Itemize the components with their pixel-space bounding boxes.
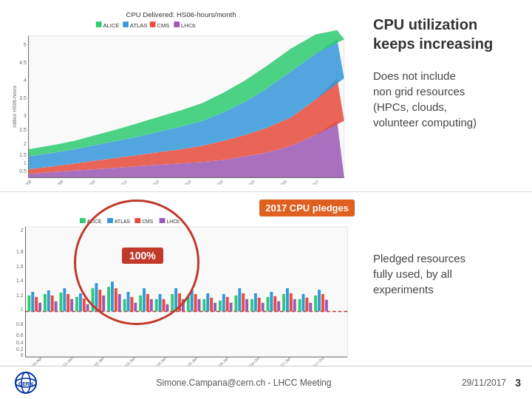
svg-text:2011: 2011 — [119, 179, 129, 185]
svg-text:3: 3 — [24, 113, 27, 118]
svg-rect-114 — [250, 299, 253, 312]
svg-text:2.5: 2.5 — [19, 127, 27, 132]
svg-rect-7 — [174, 21, 180, 27]
svg-rect-58 — [27, 296, 30, 312]
cpu-pledges-badge: 2017 CPU pledges — [259, 200, 355, 216]
svg-rect-80 — [115, 288, 117, 311]
svg-rect-97 — [182, 299, 185, 312]
svg-rect-102 — [202, 299, 205, 312]
svg-text:CMS: CMS — [157, 22, 169, 29]
svg-rect-120 — [273, 296, 276, 312]
svg-rect-73 — [86, 304, 89, 312]
pledged-line3: experiments — [373, 283, 434, 296]
cpu-subtitle: Does not include non grid resources (HPC… — [373, 68, 521, 130]
svg-rect-90 — [155, 299, 158, 312]
svg-rect-109 — [230, 303, 233, 312]
svg-rect-43 — [160, 218, 166, 223]
svg-text:ALICE: ALICE — [87, 219, 102, 224]
svg-rect-83 — [127, 292, 130, 311]
svg-text:2010: 2010 — [86, 179, 96, 185]
svg-text:2014: 2014 — [214, 179, 224, 185]
svg-rect-75 — [95, 283, 98, 311]
svg-text:1.2: 1.2 — [16, 293, 24, 298]
svg-rect-101 — [198, 299, 201, 312]
cpu-title: CPU utilization keeps increasing — [373, 15, 521, 53]
pledged-text: Pledged resources fully used, by all exp… — [373, 250, 521, 297]
svg-rect-82 — [123, 299, 126, 312]
svg-text:2: 2 — [21, 228, 24, 233]
svg-rect-79 — [111, 282, 114, 311]
svg-rect-110 — [234, 296, 237, 312]
svg-rect-92 — [163, 299, 166, 312]
svg-rect-94 — [171, 294, 174, 312]
svg-text:1: 1 — [21, 307, 24, 312]
svg-text:CMS: CMS — [142, 219, 154, 224]
svg-rect-61 — [38, 303, 41, 312]
svg-rect-112 — [242, 293, 245, 311]
svg-text:0.4: 0.4 — [16, 340, 24, 345]
svg-rect-37 — [80, 218, 86, 223]
title-line2: keeps increasing — [373, 35, 493, 52]
footer-email: Simone.Campana@cern.ch - LHCC Meeting — [41, 378, 447, 388]
svg-rect-93 — [166, 304, 168, 312]
svg-rect-126 — [299, 299, 301, 312]
svg-rect-65 — [55, 301, 58, 312]
svg-rect-105 — [214, 303, 216, 312]
svg-rect-117 — [262, 303, 265, 312]
svg-text:2015: 2015 — [246, 179, 256, 185]
percent-label: 100% — [122, 248, 163, 264]
subtitle-line1: Does not include — [373, 69, 456, 82]
svg-text:1.5: 1.5 — [19, 152, 27, 157]
footer: CERN Simone.Campana@cern.ch - LHCC Meeti… — [0, 366, 532, 399]
pledged-line1: Pledged resources — [373, 252, 466, 265]
svg-rect-63 — [47, 290, 50, 311]
svg-text:2016: 2016 — [279, 179, 288, 185]
svg-rect-64 — [51, 296, 54, 312]
svg-rect-84 — [130, 297, 133, 312]
svg-text:4: 4 — [24, 78, 27, 83]
svg-text:3.5: 3.5 — [19, 95, 27, 100]
svg-rect-59 — [31, 292, 34, 311]
svg-text:ALICE: ALICE — [103, 22, 119, 29]
svg-rect-99 — [191, 290, 194, 311]
top-section: CPU Delivered: HS06-hours/month ALICE AT… — [0, 0, 532, 192]
svg-rect-87 — [143, 288, 146, 311]
svg-rect-81 — [118, 294, 121, 312]
svg-rect-41 — [134, 218, 140, 223]
svg-rect-76 — [98, 290, 101, 311]
footer-date: 29/11/2017 — [447, 378, 506, 388]
bottom-right-text: Pledged resources fully used, by all exp… — [362, 192, 532, 355]
svg-rect-104 — [210, 298, 213, 312]
cpu-delivered-chart: CPU Delivered: HS06-hours/month ALICE AT… — [0, 0, 362, 192]
svg-rect-100 — [194, 294, 197, 312]
title-line1: CPU utilization — [373, 16, 477, 33]
svg-rect-133 — [325, 300, 328, 312]
svg-rect-115 — [254, 293, 257, 311]
svg-rect-70 — [75, 297, 78, 312]
svg-rect-56 — [25, 227, 347, 357]
svg-rect-67 — [63, 288, 66, 311]
svg-text:4.5: 4.5 — [19, 60, 27, 65]
subtitle-line4: volunteer computing) — [373, 116, 477, 129]
svg-rect-5 — [150, 21, 156, 27]
subtitle-line2: non grid resources — [373, 85, 465, 98]
svg-text:million HS06-hours: million HS06-hours — [12, 85, 17, 127]
svg-text:ATLAS: ATLAS — [115, 219, 131, 224]
svg-rect-71 — [79, 293, 82, 311]
svg-rect-108 — [226, 297, 229, 312]
svg-text:LHCb: LHCb — [181, 22, 196, 29]
svg-rect-116 — [258, 298, 261, 312]
svg-rect-74 — [92, 288, 95, 311]
svg-rect-39 — [107, 218, 113, 223]
svg-rect-128 — [305, 298, 308, 312]
svg-rect-119 — [270, 292, 273, 311]
svg-rect-77 — [102, 296, 105, 312]
footer-page: 3 — [506, 377, 521, 389]
svg-text:2: 2 — [24, 141, 27, 146]
svg-rect-113 — [245, 299, 248, 312]
svg-rect-111 — [238, 288, 241, 311]
svg-rect-89 — [150, 299, 153, 312]
svg-rect-95 — [174, 288, 177, 311]
svg-text:2013: 2013 — [183, 179, 192, 185]
svg-rect-62 — [44, 294, 47, 312]
